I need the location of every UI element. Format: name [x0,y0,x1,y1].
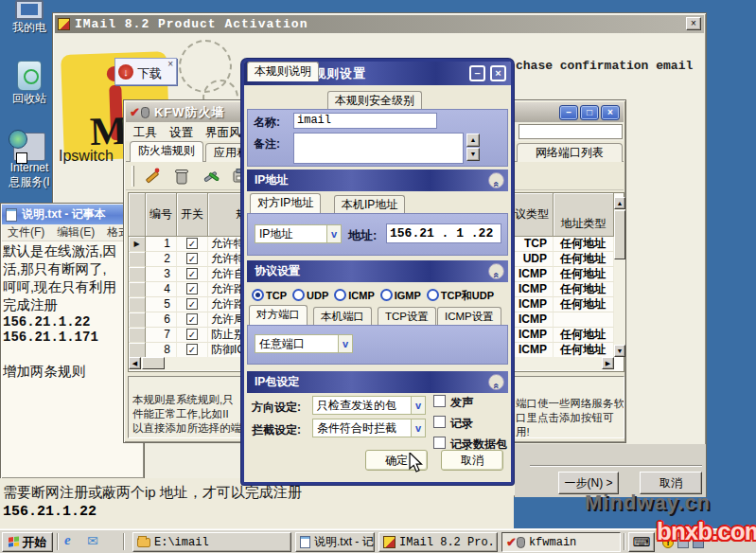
tools-icon[interactable] [200,165,222,187]
close-icon[interactable]: × [686,17,701,30]
name-input[interactable]: imail [293,113,437,129]
menu-settings[interactable]: 设置 [169,125,193,141]
ip-type-combobox[interactable]: IP地址v [255,224,342,243]
checkbox-checked-icon[interactable]: ✓ [186,283,198,294]
chevron-down-icon[interactable]: v [411,397,425,414]
icon-label: 息服务(I [2,174,57,190]
kfw-text-field[interactable] [519,124,623,139]
collapse-icon[interactable]: « [488,374,504,390]
sound-checkbox[interactable] [433,395,446,407]
vertical-scrollbar[interactable]: ▲ ▼ [614,197,625,357]
minimize-icon[interactable]: – [559,105,578,120]
notepad-icon [300,536,310,548]
imail-title-bar[interactable]: IMail 8.2 Product Activation [55,15,704,33]
row-marker [129,282,146,297]
ie-quicklaunch-icon[interactable]: e [64,532,71,548]
scroll-left-icon[interactable]: ◀ [129,357,141,369]
name-label: 名称: [254,115,280,131]
edit-rule-icon[interactable] [141,165,164,187]
radio-tcp-udp[interactable] [427,289,439,301]
notepad-title-bar[interactable]: 说明.txt - 记事本 [2,205,143,224]
scroll-up-icon[interactable]: ▲ [466,134,480,147]
tab-remote-port[interactable]: 对方端口 [249,305,308,325]
close-icon[interactable]: × [490,65,506,81]
header-no[interactable]: 编号 [146,193,177,236]
cell-switch[interactable]: ✓ [177,297,208,312]
block-combobox[interactable]: 条件符合时拦截v [312,419,426,437]
tab-remote-ip[interactable]: 对方IP地址 [250,193,321,213]
scroll-down-icon[interactable]: ▼ [466,148,480,161]
taskbar-button-explorer[interactable]: E:\imail [132,532,291,552]
tab-local-port[interactable]: 本机端口 [313,307,372,325]
radio-tcp[interactable] [252,289,264,301]
minimize-icon[interactable]: – [469,65,485,81]
tab-local-ip[interactable]: 本机IP地址 [334,195,405,213]
cell-addr [554,312,614,328]
cell-switch[interactable]: ✓ [177,343,208,358]
desc-line: 以直接添加所选择的端 [132,421,241,436]
log-packet-checkbox[interactable] [433,437,446,449]
desktop-icon-recycle-bin[interactable]: 回收站 [2,61,57,107]
desktop-icon-my-computer[interactable]: 我的电 [2,0,57,36]
chevron-down-icon[interactable]: v [338,335,352,352]
radio-udp[interactable] [292,289,305,301]
collapse-icon[interactable]: « [488,263,504,279]
taskbar-button-notepad[interactable]: 说明.txt - 记... [295,532,375,552]
wizard-button-band: 一步(N) > 取消 [515,444,706,497]
cell-no: 4 [146,282,177,297]
cell-switch[interactable]: ✓ [177,312,208,328]
tab-firewall-rules[interactable]: 防火墙规则 [130,141,203,162]
checkbox-checked-icon[interactable]: ✓ [186,253,198,264]
scrollbar-thumb[interactable] [142,357,165,369]
chevron-down-icon[interactable]: v [326,225,341,242]
tab-icmp-settings[interactable]: ICMP设置 [437,307,501,325]
menu-edit[interactable]: 编辑(E) [57,224,95,241]
download-popup[interactable]: ↓ 下载 × [114,58,177,85]
download-label[interactable]: 下载 [137,65,162,82]
start-button[interactable]: 开始 [2,532,53,552]
tab-port-list[interactable]: 网络端口列表 [517,143,623,162]
cell-switch[interactable]: ✓ [177,252,208,267]
checkbox-checked-icon[interactable]: ✓ [186,268,198,279]
maximize-icon[interactable]: □ [580,105,599,120]
desktop-icon-iis[interactable]: Internet 息服务(I [2,133,57,190]
scroll-down-icon[interactable]: ▼ [614,345,625,357]
checkbox-checked-icon[interactable]: ✓ [186,344,198,355]
radio-igmp[interactable] [380,289,393,301]
cell-switch[interactable]: ✓ [177,282,208,297]
direction-combobox[interactable]: 只检查发送的包v [312,396,426,415]
close-icon[interactable]: × [167,59,173,69]
port-combobox[interactable]: 任意端口v [255,334,353,353]
scroll-up-icon[interactable]: ▲ [614,197,625,209]
header-addr[interactable]: 地址类型 [554,193,614,236]
close-icon[interactable]: × [601,105,620,120]
tab-rule-description[interactable]: 本规则说明 [247,62,319,81]
menu-tools[interactable]: 工具 [133,125,157,141]
collapse-icon[interactable]: « [488,172,504,188]
header-switch[interactable]: 开关 [177,193,208,236]
mail-quicklaunch-icon[interactable]: ✉ [87,533,98,548]
keyboard-tray-button[interactable]: ⌨ [628,532,655,552]
menu-file[interactable]: 文件(F) [8,224,44,241]
cancel-button[interactable]: 取消 [441,450,503,471]
cell-switch[interactable]: ✓ [177,267,208,282]
note-textarea[interactable] [293,133,464,164]
checkbox-checked-icon[interactable]: ✓ [186,238,198,249]
checkbox-checked-icon[interactable]: ✓ [186,329,198,340]
chevron-down-icon[interactable]: v [411,419,425,437]
tab-tcp-settings[interactable]: TCP设置 [378,307,436,325]
ip-line: 156.21.1.22 [3,314,142,330]
cell-switch[interactable]: ✓ [177,328,208,343]
notepad-text-area[interactable]: 默认是在线激活,因 活,那只有断网了, 呵呵,现在只有利用 完成注册 156.2… [3,242,142,476]
taskbar-button-imail[interactable]: IMail 8.2 Pro... [378,532,498,552]
log-checkbox[interactable] [433,416,446,428]
checkbox-checked-icon[interactable]: ✓ [186,298,198,310]
delete-rule-icon[interactable] [170,165,193,187]
scroll-right-icon[interactable]: ▶ [602,357,614,369]
radio-icmp[interactable] [334,289,346,301]
cell-switch[interactable]: ✓ [177,237,208,252]
scrollbar-thumb[interactable] [614,210,625,259]
checkbox-checked-icon[interactable]: ✓ [186,313,198,325]
taskbar-button-kfwmain[interactable]: ✔ kfwmain [501,532,621,552]
ip-address-input[interactable]: 156.21 . 1 .22 [386,223,501,243]
